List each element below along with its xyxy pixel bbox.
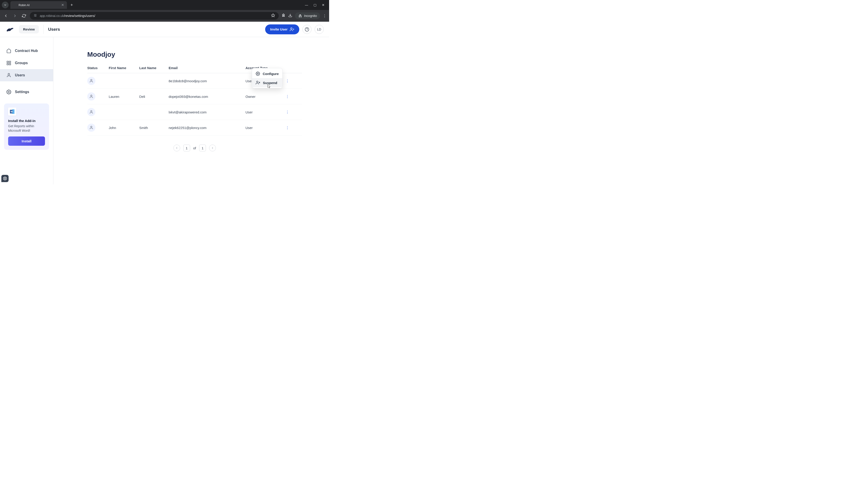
install-addon-button[interactable]: Install	[8, 136, 45, 146]
cell-first-name: John	[109, 126, 139, 130]
svg-line-22	[5, 179, 6, 180]
row-actions-button[interactable]: ⋮	[282, 79, 293, 83]
table-row: lxkvt@akirapowered.com User ⋮	[87, 104, 302, 120]
close-tab-icon[interactable]: ✕	[61, 3, 64, 7]
row-context-menu: Configure Suspend	[252, 68, 283, 88]
user-status-icon	[87, 124, 95, 132]
support-bubble-button[interactable]	[1, 175, 8, 182]
app-header: Review Users Invite User LD	[0, 22, 329, 37]
current-page: 1	[183, 144, 190, 151]
sidebar-item-label: Settings	[15, 90, 29, 94]
minimize-icon[interactable]: —	[305, 3, 308, 7]
svg-rect-12	[7, 64, 8, 65]
svg-point-29	[257, 73, 258, 74]
menu-item-label: Suspend	[263, 81, 277, 85]
row-actions-button[interactable]: ⋮	[282, 126, 293, 130]
svg-point-3	[36, 16, 36, 17]
incognito-label: Incognito	[304, 14, 317, 18]
sidebar-item-settings[interactable]: Settings	[0, 86, 53, 98]
svg-point-28	[91, 126, 92, 127]
sidebar-item-contract-hub[interactable]: Contract Hub	[0, 45, 53, 57]
downloads-icon[interactable]	[288, 13, 292, 18]
maximize-icon[interactable]: ▢	[313, 3, 316, 7]
menu-item-label: Configure	[263, 72, 279, 76]
window-controls: — ▢ ✕	[305, 3, 327, 7]
addon-card: W Install the Add-in Get Reports within …	[4, 103, 49, 150]
col-status: Status	[87, 66, 109, 70]
cell-email: lxkvt@akirapowered.com	[168, 110, 246, 114]
back-button[interactable]	[3, 13, 9, 19]
svg-text:W: W	[11, 110, 13, 113]
svg-point-14	[8, 73, 9, 75]
address-bar: app.robinai.co.uk/review/settings/users/…	[0, 10, 329, 22]
cell-email: 8e1bbdc8@moodjoy.com	[168, 79, 246, 83]
svg-line-21	[4, 177, 4, 178]
svg-point-20	[4, 178, 6, 179]
col-first-name: First Name	[109, 66, 139, 70]
close-window-icon[interactable]: ✕	[322, 3, 324, 7]
svg-rect-11	[9, 61, 11, 63]
addon-title: Install the Add-in	[8, 119, 45, 123]
sidebar-item-label: Users	[15, 73, 25, 77]
next-page-button[interactable]	[209, 144, 216, 151]
svg-point-15	[8, 91, 9, 93]
tab-search-dropdown[interactable]	[2, 2, 8, 8]
svg-point-25	[91, 79, 92, 80]
prev-page-button[interactable]	[174, 144, 180, 151]
svg-rect-10	[7, 61, 8, 63]
svg-marker-4	[272, 14, 275, 17]
total-pages: 1	[199, 144, 206, 151]
word-icon: W	[8, 107, 16, 116]
cell-email: nejek62251@ploncy.com	[168, 126, 246, 130]
svg-point-26	[91, 95, 92, 96]
reload-button[interactable]	[21, 13, 27, 19]
svg-line-24	[4, 179, 4, 180]
review-button[interactable]: Review	[19, 25, 39, 33]
main-content: Moodjoy Status First Name Last Name Emai…	[53, 37, 329, 184]
cell-last-name: Smith	[139, 126, 168, 130]
svg-line-23	[5, 177, 6, 178]
browser-tab[interactable]: Robin AI ✕	[10, 1, 67, 9]
robin-logo-icon[interactable]	[5, 26, 14, 33]
row-actions-button[interactable]: ⋮	[282, 110, 293, 114]
sidebar-item-groups[interactable]: Groups	[0, 57, 53, 69]
url-text: app.robinai.co.uk/review/settings/users/	[40, 14, 268, 18]
browser-menu-icon[interactable]: ⋮	[323, 14, 327, 18]
help-button[interactable]	[303, 25, 311, 34]
row-actions-button[interactable]: ⋮	[282, 94, 293, 98]
forward-button[interactable]	[12, 13, 18, 19]
sidebar-item-label: Contract Hub	[15, 49, 38, 53]
menu-item-configure[interactable]: Configure	[252, 69, 282, 78]
pagination-of: of	[193, 146, 196, 150]
pagination: 1 of 1	[87, 144, 302, 151]
user-avatar[interactable]: LD	[315, 25, 324, 34]
cell-account-type: User	[246, 110, 282, 114]
col-last-name: Last Name	[139, 66, 168, 70]
svg-point-5	[291, 28, 292, 29]
cell-account-type: Owner	[246, 95, 282, 98]
cell-email: dopejot393@konetas.com	[168, 95, 246, 98]
app-body: Contract Hub Groups Users Settings W Ins…	[0, 37, 329, 184]
cell-first-name: Lauren	[109, 95, 139, 98]
site-settings-icon[interactable]	[33, 13, 37, 18]
svg-point-27	[91, 110, 92, 112]
col-email: Email	[168, 66, 246, 70]
addon-subtitle: Get Reports within Microsoft Word!	[8, 124, 45, 133]
incognito-badge[interactable]: Incognito	[295, 12, 320, 19]
url-field[interactable]: app.robinai.co.uk/review/settings/users/	[30, 12, 279, 20]
sidebar-item-label: Groups	[15, 61, 28, 65]
svg-point-30	[256, 81, 258, 83]
browser-chrome: Robin AI ✕ + — ▢ ✕ app.robinai.co.uk/rev…	[0, 0, 329, 22]
cell-account-type: User	[246, 126, 282, 130]
new-tab-button[interactable]: +	[69, 2, 75, 8]
tab-title: Robin AI	[19, 3, 59, 7]
extensions-icon[interactable]	[281, 13, 285, 18]
sidebar: Contract Hub Groups Users Settings W Ins…	[0, 37, 53, 184]
org-title: Moodjoy	[87, 51, 302, 58]
invite-label: Invite User	[270, 27, 287, 31]
table-row: Lauren Deli dopejot393@konetas.com Owner…	[87, 89, 302, 104]
menu-item-suspend[interactable]: Suspend	[252, 78, 282, 87]
bookmark-icon[interactable]	[271, 13, 275, 18]
sidebar-item-users[interactable]: Users	[0, 69, 53, 81]
invite-user-button[interactable]: Invite User	[265, 24, 299, 34]
